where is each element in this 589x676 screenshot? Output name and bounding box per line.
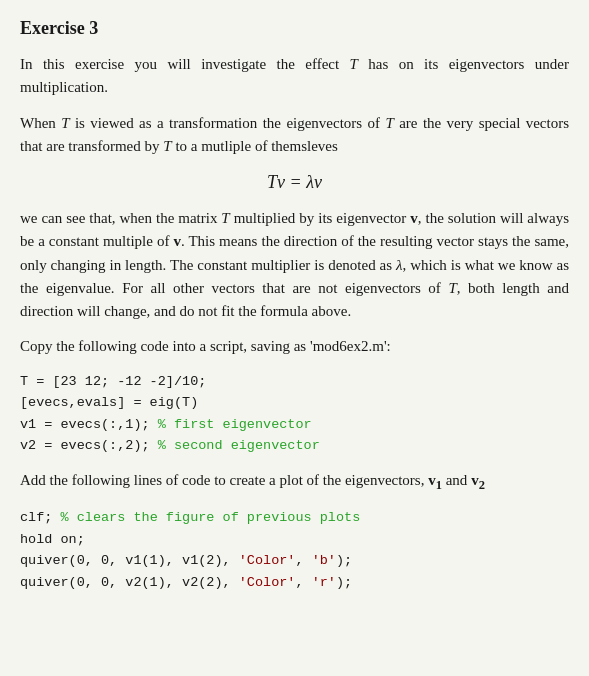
copy-code-instruction: Copy the following code into a script, s… [20, 335, 569, 358]
code-line-1: T = [23 12; -12 -2]/10; [20, 371, 569, 393]
code-line-3: v1 = evecs(:,1); % first eigenvector [20, 414, 569, 436]
intro-paragraph: In this exercise you will investigate th… [20, 53, 569, 100]
code-line-hold: hold on; [20, 529, 569, 551]
formula-display: Tv = λv [20, 172, 569, 193]
code-line-quiver2: quiver(0, 0, v2(1), v2(2), 'Color', 'r')… [20, 572, 569, 594]
code-block-2: clf; % clears the figure of previous plo… [20, 507, 569, 593]
code-line-quiver1: quiver(0, 0, v1(1), v1(2), 'Color', 'b')… [20, 550, 569, 572]
code-line-2: [evecs,evals] = eig(T) [20, 392, 569, 414]
exercise-title: Exercise 3 [20, 18, 569, 39]
code-line-clf: clf; % clears the figure of previous plo… [20, 507, 569, 529]
code-block-1: T = [23 12; -12 -2]/10; [evecs,evals] = … [20, 371, 569, 457]
formula-text: Tv = λv [267, 172, 322, 192]
code-line-4: v2 = evecs(:,2); % second eigenvector [20, 435, 569, 457]
when-paragraph: When T is viewed as a transformation the… [20, 112, 569, 159]
add-lines-instruction: Add the following lines of code to creat… [20, 469, 569, 495]
we-can-paragraph: we can see that, when the matrix T multi… [20, 207, 569, 323]
